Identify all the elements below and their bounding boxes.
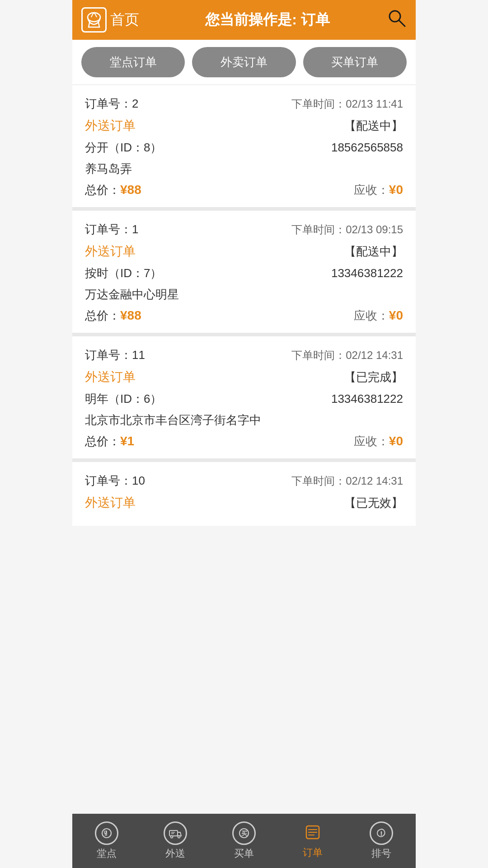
bottom-nav: 堂点 外送 买 买单 [72, 814, 416, 868]
svg-line-2 [399, 20, 405, 26]
svg-point-0 [88, 13, 100, 22]
dining-icon [95, 821, 118, 845]
tab-waimai[interactable]: 外卖订单 [192, 47, 296, 77]
order-address-1: 养马岛弄 [85, 161, 403, 177]
pay-icon: 买 [232, 821, 256, 845]
nav-label-dingdan: 订单 [303, 846, 323, 859]
order-list: 订单号：2 下单时间：02/13 11:41 外送订单 【配送中】 分开（ID：… [72, 85, 416, 526]
nav-item-tangdian[interactable]: 堂点 [72, 814, 141, 868]
order-address-2: 万达金融中心明星 [85, 287, 403, 302]
order-num-1: 订单号：2 [85, 96, 138, 112]
order-price-row-3: 总价：¥1 应收：¥0 [85, 434, 403, 449]
order-courier-3: 明年（ID：6） [85, 391, 162, 407]
order-phone-2: 13346381222 [331, 266, 403, 280]
order-type-4: 外送订单 [85, 494, 136, 511]
nav-label-tangdian: 堂点 [97, 847, 117, 860]
order-icon [303, 822, 323, 844]
price-label-1: 总价：¥88 [85, 182, 141, 198]
order-phone-3: 13346381222 [331, 392, 403, 406]
svg-text:买: 买 [241, 830, 248, 837]
svg-rect-6 [169, 830, 178, 836]
svg-point-7 [171, 836, 173, 838]
order-card-3[interactable]: 订单号：11 下单时间：02/12 14:31 外送订单 【已完成】 明年（ID… [72, 336, 416, 462]
queue-icon [370, 821, 393, 845]
delivery-icon [164, 821, 187, 845]
order-type-1: 外送订单 [85, 117, 136, 134]
nav-label-paihao: 排号 [371, 847, 391, 860]
order-row-courier-phone-2: 按时（ID：7） 13346381222 [85, 265, 403, 281]
nav-item-waisong[interactable]: 外送 [141, 814, 210, 868]
order-card-4[interactable]: 订单号：10 下单时间：02/12 14:31 外送订单 【已无效】 [72, 462, 416, 526]
nav-item-paihao[interactable]: 排号 [347, 814, 416, 868]
order-row-type-status-3: 外送订单 【已完成】 [85, 368, 403, 386]
order-row-num-time: 订单号：2 下单时间：02/13 11:41 [85, 96, 403, 112]
order-time-1: 下单时间：02/13 11:41 [291, 97, 403, 111]
order-status-4: 【已无效】 [344, 495, 403, 511]
order-row-num-time-3: 订单号：11 下单时间：02/12 14:31 [85, 347, 403, 363]
logo-icon [81, 7, 107, 33]
order-row-type-status-2: 外送订单 【配送中】 [85, 243, 403, 260]
order-price-row-1: 总价：¥88 应收：¥0 [85, 182, 403, 198]
order-price-row-2: 总价：¥88 应收：¥0 [85, 308, 403, 324]
price-label-3: 总价：¥1 [85, 434, 134, 449]
nav-item-maidan[interactable]: 买 买单 [210, 814, 278, 868]
order-row-courier-phone: 分开（ID：8） 18562565858 [85, 140, 403, 156]
home-label[interactable]: 首页 [110, 10, 139, 30]
order-time-2: 下单时间：02/13 09:15 [291, 222, 403, 237]
order-time-3: 下单时间：02/12 14:31 [291, 348, 403, 363]
order-num-4: 订单号：10 [85, 473, 145, 489]
header-title: 您当前操作是: 订单 [148, 10, 387, 30]
tab-maidan[interactable]: 买单订单 [303, 47, 407, 77]
order-card-2[interactable]: 订单号：1 下单时间：02/13 09:15 外送订单 【配送中】 按时（ID：… [72, 211, 416, 336]
receivable-2: 应收：¥0 [354, 308, 403, 324]
logo-area: 首页 [81, 7, 139, 33]
svg-point-18 [381, 835, 382, 836]
order-time-4: 下单时间：02/12 14:31 [291, 474, 403, 488]
order-row-num-time-4: 订单号：10 下单时间：02/12 14:31 [85, 473, 403, 489]
receivable-1: 应收：¥0 [354, 182, 403, 198]
order-phone-1: 18562565858 [331, 141, 403, 155]
svg-point-8 [178, 836, 180, 838]
nav-item-dingdan[interactable]: 订单 [278, 814, 347, 868]
order-row-type-status: 外送订单 【配送中】 [85, 117, 403, 134]
order-status-2: 【配送中】 [344, 244, 403, 259]
order-row-courier-phone-3: 明年（ID：6） 13346381222 [85, 391, 403, 407]
order-status-3: 【已完成】 [344, 369, 403, 385]
order-status-1: 【配送中】 [344, 118, 403, 134]
search-icon[interactable] [387, 8, 407, 32]
order-row-num-time-2: 订单号：1 下单时间：02/13 09:15 [85, 222, 403, 237]
nav-label-waisong: 外送 [165, 847, 185, 860]
price-label-2: 总价：¥88 [85, 308, 141, 324]
order-courier-2: 按时（ID：7） [85, 265, 162, 281]
order-address-3: 北京市北京市丰台区湾子街名字中 [85, 412, 403, 428]
order-courier-1: 分开（ID：8） [85, 140, 162, 156]
order-row-type-status-4: 外送订单 【已无效】 [85, 494, 403, 511]
header: 首页 您当前操作是: 订单 [72, 0, 416, 40]
order-card-1[interactable]: 订单号：2 下单时间：02/13 11:41 外送订单 【配送中】 分开（ID：… [72, 85, 416, 211]
order-num-3: 订单号：11 [85, 347, 145, 363]
tab-tangdian[interactable]: 堂点订单 [81, 47, 185, 77]
nav-label-maidan: 买单 [234, 847, 254, 860]
order-type-2: 外送订单 [85, 243, 136, 260]
tab-bar: 堂点订单 外卖订单 买单订单 [72, 40, 416, 85]
order-num-2: 订单号：1 [85, 222, 138, 237]
receivable-3: 应收：¥0 [354, 434, 403, 449]
order-type-3: 外送订单 [85, 368, 136, 386]
